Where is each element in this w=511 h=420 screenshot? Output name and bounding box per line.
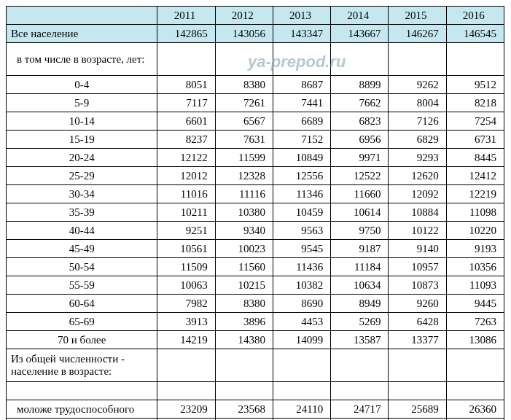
age-row-label: 40-44 [7,222,157,240]
age-row: 15-19823776317152695668296731 [7,131,504,149]
year-header-2: 2013 [273,7,330,25]
year-header-5: 2016 [446,7,504,25]
spacer-row [7,382,504,400]
age-row-val-11-0: 10063 [157,276,215,295]
age-row-val-5-2: 12556 [273,167,330,185]
total-row: Все население142865143056143347143667146… [7,25,504,43]
age-row-val-8-3: 9750 [331,222,389,240]
age-row-val-13-2: 4453 [273,313,330,331]
age-row-label: 10-14 [7,112,157,131]
age-row-val-14-2: 14099 [273,331,330,349]
age-header-blank-3 [331,43,389,76]
blank-header [7,7,157,25]
age-row: 10-14660165676689682371267254 [7,112,504,131]
age-row-val-8-2: 9563 [273,222,330,240]
spacer-val-1 [215,382,273,400]
age-row-val-6-5: 12219 [446,185,504,203]
age-row-val-12-5: 9445 [446,295,504,313]
age-row-label: 45-49 [7,240,157,258]
age-row-val-0-0: 8051 [157,76,215,94]
age-row-val-9-3: 9187 [331,240,389,258]
age-row: 5-9711772617441766280048218 [7,94,504,112]
total-val-1: 143056 [215,25,273,43]
age-row-val-3-1: 7631 [215,131,273,149]
age-row-val-2-1: 6567 [215,112,273,131]
age-row-val-4-4: 9293 [389,149,446,167]
age-row-val-14-0: 14219 [157,331,215,349]
age-header-blank-0 [157,43,215,76]
year-header-3: 2014 [331,7,389,25]
age-row-val-10-5: 10356 [446,258,504,276]
age-row-val-0-4: 9262 [389,76,446,94]
age-row-val-14-4: 13377 [389,331,446,349]
age-row-val-6-4: 12092 [389,185,446,203]
group-header-blank-5 [446,349,504,382]
age-row-label: 60-64 [7,295,157,313]
age-row: 60-64798283808690894992609445 [7,295,504,313]
age-row-val-14-3: 13587 [331,331,389,349]
age-row-val-0-1: 8380 [215,76,273,94]
age-row-val-1-2: 7441 [273,94,330,112]
population-table: 201120122013201420152016Все население142… [6,6,504,420]
age-row-val-6-0: 11016 [157,185,215,203]
age-row-val-10-4: 10957 [389,258,446,276]
age-row-val-1-1: 7261 [215,94,273,112]
age-row-val-9-2: 9545 [273,240,330,258]
group-header-blank-0 [157,349,215,382]
age-row-val-5-1: 12328 [215,167,273,185]
age-row-val-2-3: 6823 [331,112,389,131]
age-row-val-12-0: 7982 [157,295,215,313]
age-row-val-2-4: 7126 [389,112,446,131]
age-row-val-13-1: 3896 [215,313,273,331]
age-row: 40-4492519340956397501012210220 [7,222,504,240]
age-row-val-9-1: 10023 [215,240,273,258]
age-row: 70 и более142191438014099135871337713086 [7,331,504,349]
year-header-row: 201120122013201420152016 [7,7,504,25]
group-row: моложе трудоспособного232092356824110247… [7,400,504,419]
group-header-blank-4 [389,349,446,382]
age-row-val-13-5: 7263 [446,313,504,331]
age-row-val-0-3: 8899 [331,76,389,94]
age-row-val-8-0: 9251 [157,222,215,240]
age-row-val-11-5: 11093 [446,276,504,295]
age-row: 45-4910561100239545918791409193 [7,240,504,258]
group-header-row: Из общей численности - население в возра… [7,349,504,382]
age-row-val-12-3: 8949 [331,295,389,313]
age-row-val-3-3: 6956 [331,131,389,149]
age-row: 25-29120121232812556125221262012412 [7,167,504,185]
age-row-val-14-1: 14380 [215,331,273,349]
age-row-val-1-3: 7662 [331,94,389,112]
age-row-val-2-0: 6601 [157,112,215,131]
age-row-label: 0-4 [7,76,157,94]
age-row: 55-59100631021510382106341087311093 [7,276,504,295]
age-row: 20-24121221159910849997192938445 [7,149,504,167]
age-row-val-1-0: 7117 [157,94,215,112]
age-row-label: 20-24 [7,149,157,167]
group-row-val-0-4: 25689 [389,400,446,419]
age-header-row: в том числе в возрасте, лет: [7,43,504,76]
age-row-val-9-0: 10561 [157,240,215,258]
age-row: 30-34110161111611346116601209212219 [7,185,504,203]
age-row-val-10-1: 11560 [215,258,273,276]
total-val-0: 142865 [157,25,215,43]
age-row-val-8-4: 10122 [389,222,446,240]
age-row-val-3-4: 6829 [389,131,446,149]
age-row-val-5-3: 12522 [331,167,389,185]
age-row-val-12-2: 8690 [273,295,330,313]
group-header-label: Из общей численности - население в возра… [7,349,157,382]
group-row-val-0-5: 26360 [446,400,504,419]
age-row-val-10-2: 11436 [273,258,330,276]
spacer-val-5 [446,382,504,400]
age-row: 65-69391338964453526964287263 [7,313,504,331]
age-header-blank-4 [389,43,446,76]
age-row: 0-4805183808687889992629512 [7,76,504,94]
group-row-val-0-2: 24110 [273,400,330,419]
total-val-4: 146267 [389,25,446,43]
age-row-val-2-5: 7254 [446,112,504,131]
age-row-val-3-0: 8237 [157,131,215,149]
age-row: 35-39102111038010459106141088411098 [7,203,504,222]
spacer-label [7,382,157,400]
year-header-1: 2012 [215,7,273,25]
age-row-val-3-2: 7152 [273,131,330,149]
age-row-val-6-2: 11346 [273,185,330,203]
